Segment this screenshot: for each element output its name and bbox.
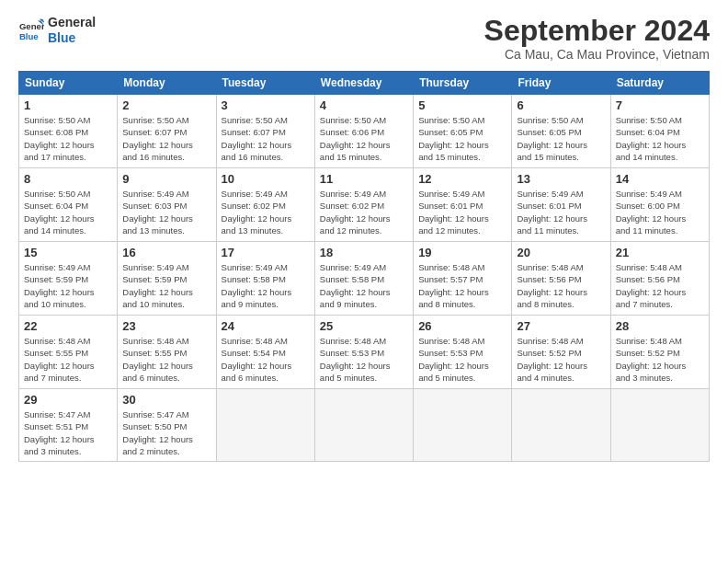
month-title: September 2024 bbox=[484, 15, 710, 47]
header-thursday: Thursday bbox=[414, 72, 512, 95]
day-info: Sunrise: 5:49 AM Sunset: 6:01 PM Dayligh… bbox=[517, 188, 605, 236]
day-number: 11 bbox=[320, 172, 408, 186]
day-info: Sunrise: 5:50 AM Sunset: 6:06 PM Dayligh… bbox=[320, 114, 408, 163]
day-number: 26 bbox=[418, 319, 506, 333]
header-friday: Friday bbox=[512, 72, 610, 95]
table-row: 27Sunrise: 5:48 AM Sunset: 5:52 PM Dayli… bbox=[512, 316, 610, 389]
page: General Blue General Blue September 2024… bbox=[0, 0, 728, 563]
table-row: 20Sunrise: 5:48 AM Sunset: 5:56 PM Dayli… bbox=[512, 242, 610, 316]
logo-icon: General Blue bbox=[18, 17, 44, 43]
day-info: Sunrise: 5:50 AM Sunset: 6:08 PM Dayligh… bbox=[24, 114, 112, 163]
day-number: 10 bbox=[222, 172, 310, 186]
day-info: Sunrise: 5:49 AM Sunset: 6:02 PM Dayligh… bbox=[320, 188, 408, 236]
table-row: 13Sunrise: 5:49 AM Sunset: 6:01 PM Dayli… bbox=[512, 168, 610, 242]
day-number: 30 bbox=[122, 393, 210, 407]
day-number: 18 bbox=[320, 246, 408, 259]
day-info: Sunrise: 5:49 AM Sunset: 5:58 PM Dayligh… bbox=[320, 261, 408, 310]
header-wednesday: Wednesday bbox=[314, 72, 413, 95]
day-number: 20 bbox=[517, 246, 605, 259]
day-info: Sunrise: 5:48 AM Sunset: 5:56 PM Dayligh… bbox=[616, 261, 704, 310]
day-info: Sunrise: 5:48 AM Sunset: 5:52 PM Dayligh… bbox=[616, 335, 704, 384]
title-block: September 2024 Ca Mau, Ca Mau Province, … bbox=[484, 15, 710, 62]
table-row: 8Sunrise: 5:50 AM Sunset: 6:04 PM Daylig… bbox=[19, 168, 118, 242]
day-info: Sunrise: 5:49 AM Sunset: 5:59 PM Dayligh… bbox=[24, 261, 112, 310]
day-number: 21 bbox=[616, 246, 704, 259]
table-row: 6Sunrise: 5:50 AM Sunset: 6:05 PM Daylig… bbox=[512, 95, 610, 168]
table-row: 25Sunrise: 5:48 AM Sunset: 5:53 PM Dayli… bbox=[314, 316, 413, 389]
day-number: 27 bbox=[517, 319, 605, 333]
day-info: Sunrise: 5:47 AM Sunset: 5:50 PM Dayligh… bbox=[122, 408, 210, 457]
logo: General Blue General Blue bbox=[18, 15, 96, 46]
day-info: Sunrise: 5:48 AM Sunset: 5:53 PM Dayligh… bbox=[320, 335, 408, 384]
logo-blue: Blue bbox=[48, 30, 96, 46]
day-info: Sunrise: 5:49 AM Sunset: 5:58 PM Dayligh… bbox=[222, 261, 310, 310]
header-tuesday: Tuesday bbox=[216, 72, 314, 95]
table-row: 18Sunrise: 5:49 AM Sunset: 5:58 PM Dayli… bbox=[314, 242, 413, 316]
table-row: 5Sunrise: 5:50 AM Sunset: 6:05 PM Daylig… bbox=[414, 95, 512, 168]
table-row bbox=[512, 389, 610, 462]
day-info: Sunrise: 5:48 AM Sunset: 5:54 PM Dayligh… bbox=[222, 335, 310, 384]
table-row bbox=[216, 389, 314, 462]
table-row: 30Sunrise: 5:47 AM Sunset: 5:50 PM Dayli… bbox=[118, 389, 216, 462]
day-info: Sunrise: 5:48 AM Sunset: 5:53 PM Dayligh… bbox=[418, 335, 506, 384]
table-row: 1Sunrise: 5:50 AM Sunset: 6:08 PM Daylig… bbox=[19, 95, 118, 168]
table-row: 10Sunrise: 5:49 AM Sunset: 6:02 PM Dayli… bbox=[216, 168, 314, 242]
day-number: 17 bbox=[222, 246, 310, 259]
day-number: 7 bbox=[616, 98, 704, 112]
day-info: Sunrise: 5:47 AM Sunset: 5:51 PM Dayligh… bbox=[24, 408, 112, 457]
location-subtitle: Ca Mau, Ca Mau Province, Vietnam bbox=[484, 47, 710, 62]
day-number: 6 bbox=[517, 98, 605, 112]
header-saturday: Saturday bbox=[610, 72, 709, 95]
day-number: 19 bbox=[418, 246, 506, 259]
header-monday: Monday bbox=[118, 72, 216, 95]
table-row: 19Sunrise: 5:48 AM Sunset: 5:57 PM Dayli… bbox=[414, 242, 512, 316]
day-number: 8 bbox=[24, 172, 112, 186]
table-row: 12Sunrise: 5:49 AM Sunset: 6:01 PM Dayli… bbox=[414, 168, 512, 242]
day-number: 16 bbox=[122, 246, 210, 259]
day-number: 29 bbox=[24, 393, 112, 407]
day-info: Sunrise: 5:49 AM Sunset: 6:00 PM Dayligh… bbox=[616, 188, 704, 236]
table-row: 29Sunrise: 5:47 AM Sunset: 5:51 PM Dayli… bbox=[19, 389, 118, 462]
day-info: Sunrise: 5:50 AM Sunset: 6:04 PM Dayligh… bbox=[24, 188, 112, 236]
day-info: Sunrise: 5:49 AM Sunset: 5:59 PM Dayligh… bbox=[122, 261, 210, 310]
table-row: 22Sunrise: 5:48 AM Sunset: 5:55 PM Dayli… bbox=[19, 316, 118, 389]
day-number: 15 bbox=[24, 246, 112, 259]
day-info: Sunrise: 5:48 AM Sunset: 5:52 PM Dayligh… bbox=[517, 335, 605, 384]
day-number: 28 bbox=[616, 319, 704, 333]
day-info: Sunrise: 5:49 AM Sunset: 6:01 PM Dayligh… bbox=[418, 188, 506, 236]
day-number: 9 bbox=[122, 172, 210, 186]
day-number: 12 bbox=[418, 172, 506, 186]
day-number: 4 bbox=[320, 98, 408, 112]
day-info: Sunrise: 5:48 AM Sunset: 5:56 PM Dayligh… bbox=[517, 261, 605, 310]
day-info: Sunrise: 5:50 AM Sunset: 6:05 PM Dayligh… bbox=[418, 114, 506, 163]
day-info: Sunrise: 5:49 AM Sunset: 6:03 PM Dayligh… bbox=[122, 188, 210, 236]
table-row: 16Sunrise: 5:49 AM Sunset: 5:59 PM Dayli… bbox=[118, 242, 216, 316]
table-row: 28Sunrise: 5:48 AM Sunset: 5:52 PM Dayli… bbox=[610, 316, 709, 389]
table-row: 2Sunrise: 5:50 AM Sunset: 6:07 PM Daylig… bbox=[118, 95, 216, 168]
table-row: 23Sunrise: 5:48 AM Sunset: 5:55 PM Dayli… bbox=[118, 316, 216, 389]
table-row bbox=[314, 389, 413, 462]
day-info: Sunrise: 5:50 AM Sunset: 6:04 PM Dayligh… bbox=[616, 114, 704, 163]
day-info: Sunrise: 5:50 AM Sunset: 6:07 PM Dayligh… bbox=[222, 114, 310, 163]
table-row bbox=[414, 389, 512, 462]
day-number: 5 bbox=[418, 98, 506, 112]
table-row: 4Sunrise: 5:50 AM Sunset: 6:06 PM Daylig… bbox=[314, 95, 413, 168]
day-number: 14 bbox=[616, 172, 704, 186]
table-row: 14Sunrise: 5:49 AM Sunset: 6:00 PM Dayli… bbox=[610, 168, 709, 242]
svg-text:Blue: Blue bbox=[19, 30, 39, 40]
day-number: 3 bbox=[222, 98, 310, 112]
calendar-table: Sunday Monday Tuesday Wednesday Thursday… bbox=[18, 71, 710, 462]
header: General Blue General Blue September 2024… bbox=[18, 15, 710, 62]
day-number: 24 bbox=[222, 319, 310, 333]
table-row bbox=[610, 389, 709, 462]
day-number: 13 bbox=[517, 172, 605, 186]
day-number: 23 bbox=[122, 319, 210, 333]
header-sunday: Sunday bbox=[19, 72, 118, 95]
table-row: 3Sunrise: 5:50 AM Sunset: 6:07 PM Daylig… bbox=[216, 95, 314, 168]
day-info: Sunrise: 5:48 AM Sunset: 5:55 PM Dayligh… bbox=[122, 335, 210, 384]
table-row: 17Sunrise: 5:49 AM Sunset: 5:58 PM Dayli… bbox=[216, 242, 314, 316]
day-number: 25 bbox=[320, 319, 408, 333]
table-row: 26Sunrise: 5:48 AM Sunset: 5:53 PM Dayli… bbox=[414, 316, 512, 389]
table-row: 21Sunrise: 5:48 AM Sunset: 5:56 PM Dayli… bbox=[610, 242, 709, 316]
logo-general: General bbox=[48, 15, 96, 30]
